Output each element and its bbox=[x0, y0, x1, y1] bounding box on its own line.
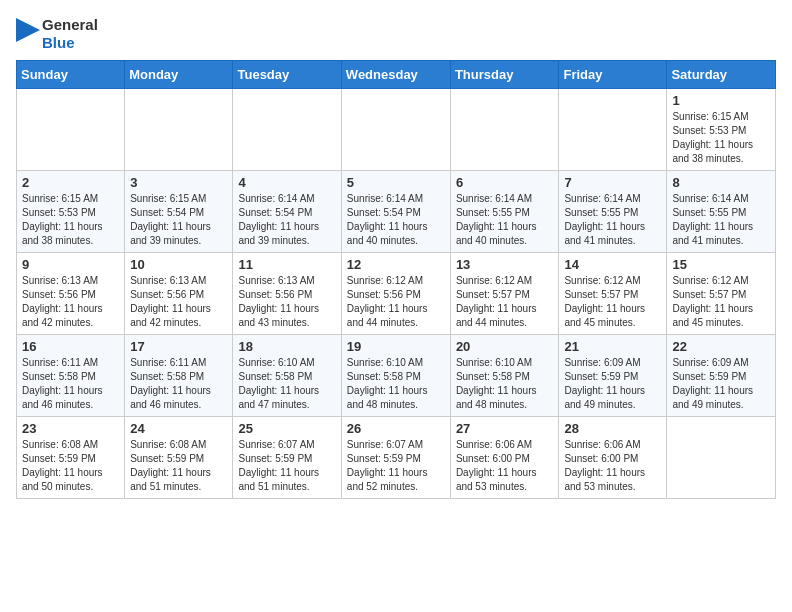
day-number: 18 bbox=[238, 339, 335, 354]
col-header-wednesday: Wednesday bbox=[341, 61, 450, 89]
day-info: Sunrise: 6:14 AM Sunset: 5:55 PM Dayligh… bbox=[456, 192, 554, 248]
day-cell: 14Sunrise: 6:12 AM Sunset: 5:57 PM Dayli… bbox=[559, 253, 667, 335]
col-header-monday: Monday bbox=[125, 61, 233, 89]
day-number: 3 bbox=[130, 175, 227, 190]
col-header-sunday: Sunday bbox=[17, 61, 125, 89]
day-cell bbox=[17, 89, 125, 171]
day-number: 1 bbox=[672, 93, 770, 108]
day-number: 4 bbox=[238, 175, 335, 190]
day-info: Sunrise: 6:14 AM Sunset: 5:55 PM Dayligh… bbox=[672, 192, 770, 248]
day-cell bbox=[559, 89, 667, 171]
day-cell: 24Sunrise: 6:08 AM Sunset: 5:59 PM Dayli… bbox=[125, 417, 233, 499]
day-cell: 22Sunrise: 6:09 AM Sunset: 5:59 PM Dayli… bbox=[667, 335, 776, 417]
day-info: Sunrise: 6:09 AM Sunset: 5:59 PM Dayligh… bbox=[672, 356, 770, 412]
day-cell: 5Sunrise: 6:14 AM Sunset: 5:54 PM Daylig… bbox=[341, 171, 450, 253]
day-cell: 25Sunrise: 6:07 AM Sunset: 5:59 PM Dayli… bbox=[233, 417, 341, 499]
day-number: 9 bbox=[22, 257, 119, 272]
day-number: 26 bbox=[347, 421, 445, 436]
day-cell: 12Sunrise: 6:12 AM Sunset: 5:56 PM Dayli… bbox=[341, 253, 450, 335]
day-cell: 11Sunrise: 6:13 AM Sunset: 5:56 PM Dayli… bbox=[233, 253, 341, 335]
col-header-friday: Friday bbox=[559, 61, 667, 89]
day-info: Sunrise: 6:14 AM Sunset: 5:55 PM Dayligh… bbox=[564, 192, 661, 248]
day-info: Sunrise: 6:15 AM Sunset: 5:54 PM Dayligh… bbox=[130, 192, 227, 248]
week-row-1: 1Sunrise: 6:15 AM Sunset: 5:53 PM Daylig… bbox=[17, 89, 776, 171]
day-info: Sunrise: 6:13 AM Sunset: 5:56 PM Dayligh… bbox=[130, 274, 227, 330]
day-number: 11 bbox=[238, 257, 335, 272]
day-number: 12 bbox=[347, 257, 445, 272]
day-cell: 10Sunrise: 6:13 AM Sunset: 5:56 PM Dayli… bbox=[125, 253, 233, 335]
day-info: Sunrise: 6:06 AM Sunset: 6:00 PM Dayligh… bbox=[456, 438, 554, 494]
day-number: 10 bbox=[130, 257, 227, 272]
day-info: Sunrise: 6:10 AM Sunset: 5:58 PM Dayligh… bbox=[347, 356, 445, 412]
calendar-header: SundayMondayTuesdayWednesdayThursdayFrid… bbox=[17, 61, 776, 89]
day-info: Sunrise: 6:07 AM Sunset: 5:59 PM Dayligh… bbox=[238, 438, 335, 494]
day-number: 15 bbox=[672, 257, 770, 272]
day-number: 5 bbox=[347, 175, 445, 190]
day-number: 24 bbox=[130, 421, 227, 436]
day-cell: 16Sunrise: 6:11 AM Sunset: 5:58 PM Dayli… bbox=[17, 335, 125, 417]
day-info: Sunrise: 6:10 AM Sunset: 5:58 PM Dayligh… bbox=[238, 356, 335, 412]
logo-bird-icon bbox=[16, 18, 40, 50]
day-cell: 9Sunrise: 6:13 AM Sunset: 5:56 PM Daylig… bbox=[17, 253, 125, 335]
day-cell: 4Sunrise: 6:14 AM Sunset: 5:54 PM Daylig… bbox=[233, 171, 341, 253]
week-row-3: 9Sunrise: 6:13 AM Sunset: 5:56 PM Daylig… bbox=[17, 253, 776, 335]
day-cell bbox=[341, 89, 450, 171]
week-row-5: 23Sunrise: 6:08 AM Sunset: 5:59 PM Dayli… bbox=[17, 417, 776, 499]
week-row-2: 2Sunrise: 6:15 AM Sunset: 5:53 PM Daylig… bbox=[17, 171, 776, 253]
day-number: 28 bbox=[564, 421, 661, 436]
day-info: Sunrise: 6:15 AM Sunset: 5:53 PM Dayligh… bbox=[22, 192, 119, 248]
day-cell bbox=[125, 89, 233, 171]
day-cell bbox=[450, 89, 559, 171]
day-number: 7 bbox=[564, 175, 661, 190]
day-number: 19 bbox=[347, 339, 445, 354]
day-number: 20 bbox=[456, 339, 554, 354]
day-cell: 8Sunrise: 6:14 AM Sunset: 5:55 PM Daylig… bbox=[667, 171, 776, 253]
day-info: Sunrise: 6:11 AM Sunset: 5:58 PM Dayligh… bbox=[22, 356, 119, 412]
day-cell bbox=[667, 417, 776, 499]
day-info: Sunrise: 6:13 AM Sunset: 5:56 PM Dayligh… bbox=[238, 274, 335, 330]
day-number: 25 bbox=[238, 421, 335, 436]
day-info: Sunrise: 6:08 AM Sunset: 5:59 PM Dayligh… bbox=[22, 438, 119, 494]
day-info: Sunrise: 6:14 AM Sunset: 5:54 PM Dayligh… bbox=[238, 192, 335, 248]
day-cell: 1Sunrise: 6:15 AM Sunset: 5:53 PM Daylig… bbox=[667, 89, 776, 171]
day-number: 8 bbox=[672, 175, 770, 190]
day-cell: 28Sunrise: 6:06 AM Sunset: 6:00 PM Dayli… bbox=[559, 417, 667, 499]
day-number: 27 bbox=[456, 421, 554, 436]
svg-marker-0 bbox=[16, 18, 40, 42]
day-cell: 7Sunrise: 6:14 AM Sunset: 5:55 PM Daylig… bbox=[559, 171, 667, 253]
week-row-4: 16Sunrise: 6:11 AM Sunset: 5:58 PM Dayli… bbox=[17, 335, 776, 417]
day-info: Sunrise: 6:15 AM Sunset: 5:53 PM Dayligh… bbox=[672, 110, 770, 166]
day-cell: 18Sunrise: 6:10 AM Sunset: 5:58 PM Dayli… bbox=[233, 335, 341, 417]
day-info: Sunrise: 6:10 AM Sunset: 5:58 PM Dayligh… bbox=[456, 356, 554, 412]
col-header-thursday: Thursday bbox=[450, 61, 559, 89]
day-cell: 13Sunrise: 6:12 AM Sunset: 5:57 PM Dayli… bbox=[450, 253, 559, 335]
day-number: 13 bbox=[456, 257, 554, 272]
day-number: 21 bbox=[564, 339, 661, 354]
day-number: 6 bbox=[456, 175, 554, 190]
day-number: 22 bbox=[672, 339, 770, 354]
day-info: Sunrise: 6:13 AM Sunset: 5:56 PM Dayligh… bbox=[22, 274, 119, 330]
day-cell: 27Sunrise: 6:06 AM Sunset: 6:00 PM Dayli… bbox=[450, 417, 559, 499]
day-cell: 15Sunrise: 6:12 AM Sunset: 5:57 PM Dayli… bbox=[667, 253, 776, 335]
day-cell bbox=[233, 89, 341, 171]
day-info: Sunrise: 6:14 AM Sunset: 5:54 PM Dayligh… bbox=[347, 192, 445, 248]
day-number: 16 bbox=[22, 339, 119, 354]
day-info: Sunrise: 6:08 AM Sunset: 5:59 PM Dayligh… bbox=[130, 438, 227, 494]
day-number: 2 bbox=[22, 175, 119, 190]
day-cell: 23Sunrise: 6:08 AM Sunset: 5:59 PM Dayli… bbox=[17, 417, 125, 499]
logo: GeneralBlue bbox=[16, 16, 98, 52]
day-number: 23 bbox=[22, 421, 119, 436]
day-cell: 20Sunrise: 6:10 AM Sunset: 5:58 PM Dayli… bbox=[450, 335, 559, 417]
day-cell: 2Sunrise: 6:15 AM Sunset: 5:53 PM Daylig… bbox=[17, 171, 125, 253]
col-header-saturday: Saturday bbox=[667, 61, 776, 89]
day-cell: 19Sunrise: 6:10 AM Sunset: 5:58 PM Dayli… bbox=[341, 335, 450, 417]
day-info: Sunrise: 6:12 AM Sunset: 5:56 PM Dayligh… bbox=[347, 274, 445, 330]
day-info: Sunrise: 6:11 AM Sunset: 5:58 PM Dayligh… bbox=[130, 356, 227, 412]
day-number: 14 bbox=[564, 257, 661, 272]
day-info: Sunrise: 6:12 AM Sunset: 5:57 PM Dayligh… bbox=[672, 274, 770, 330]
days-of-week-row: SundayMondayTuesdayWednesdayThursdayFrid… bbox=[17, 61, 776, 89]
day-info: Sunrise: 6:12 AM Sunset: 5:57 PM Dayligh… bbox=[456, 274, 554, 330]
day-cell: 17Sunrise: 6:11 AM Sunset: 5:58 PM Dayli… bbox=[125, 335, 233, 417]
day-cell: 3Sunrise: 6:15 AM Sunset: 5:54 PM Daylig… bbox=[125, 171, 233, 253]
day-cell: 6Sunrise: 6:14 AM Sunset: 5:55 PM Daylig… bbox=[450, 171, 559, 253]
